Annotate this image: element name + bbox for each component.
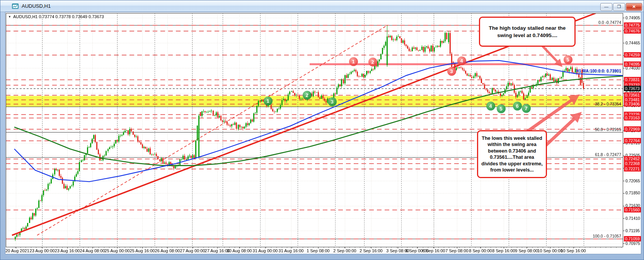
time-axis-label: 6 Sep 16:00 — [422, 248, 445, 253]
application-window: AUDUSD,H1 — ❐ ✕ ▼ AUDUSD,H1 0.73774 0.73… — [0, 0, 644, 260]
time-axis-label: 8 Sep 00:00 — [469, 248, 492, 253]
time-axis-label: 31 Aug 16:00 — [279, 248, 304, 253]
time-axis-label: 23 Aug 16:00 — [55, 248, 80, 253]
price-level-badge: 0.71560 — [624, 207, 641, 212]
fib-level-label: 61.8 - 0.72477 — [595, 152, 621, 157]
time-axis-label: 2 Sep 00:00 — [333, 248, 356, 253]
price-tick-label: 0.71410 — [625, 216, 640, 221]
collapse-triangle-icon[interactable]: ▼ — [8, 15, 11, 19]
price-level-badge: 0.74676 — [624, 28, 641, 34]
price-tick-label: 0.72065 — [625, 178, 640, 184]
time-axis-label: 27 Aug 16:00 — [205, 248, 230, 253]
time-axis-label: 23 Aug 00:00 — [30, 248, 55, 253]
time-axis-label: 25 Aug 00:00 — [105, 248, 130, 253]
price-level-badge: 0.73163 — [624, 115, 641, 121]
time-axis-label: 7 Sep 08:00 — [445, 248, 468, 253]
time-axis-label: 10 Sep 16:00 — [561, 248, 586, 253]
price-level-badge: 0.71059 — [624, 236, 641, 241]
price-level-badge: 0.74775 — [624, 22, 641, 28]
fib-level-label: 0.0 -0.74774 — [598, 20, 621, 25]
price-level-badge: 0.73406 — [624, 101, 641, 107]
marker-red-5[interactable]: 5 — [564, 55, 572, 64]
marker-green-3[interactable]: 3 — [328, 97, 337, 106]
time-axis-label: 30 Aug 08:00 — [227, 248, 252, 253]
ma-indicator-label: H1 MA:100:0:0: 0.73901 — [576, 68, 621, 73]
current-price-badge: 0.73673 — [624, 86, 641, 91]
price-level-badge: 0.74259 — [624, 52, 641, 58]
marker-red-4[interactable]: 4 — [457, 56, 466, 65]
time-axis-label: 10 Sep 00:00 — [537, 248, 562, 253]
time-axis-label: 27 Aug 00:00 — [180, 248, 205, 253]
price-tick-label: 0.71850 — [625, 190, 640, 195]
time-axis-label: 24 Aug 08:00 — [80, 248, 105, 253]
marker-green-1[interactable]: 1 — [264, 97, 273, 105]
price-tick-label: 0.71195 — [625, 228, 640, 233]
price-level-badge: 0.72368 — [624, 161, 641, 166]
marker-red-2[interactable]: 2 — [368, 58, 377, 66]
marker-green-4[interactable]: 4 — [486, 102, 495, 110]
time-axis-label: 2 Sep 16:00 — [359, 248, 382, 253]
price-level-badge: 0.73831 — [624, 77, 641, 82]
marker-green-5[interactable]: 5 — [497, 104, 506, 113]
price-level-badge: 0.72271 — [624, 166, 641, 172]
price-tick-label: 0.70975 — [625, 241, 640, 246]
marker-red-1[interactable]: 1 — [349, 57, 358, 66]
fib-level-label: 50.0 - 0.72915 — [595, 127, 621, 132]
annotation-bottom-text: The lows this week stalled within the sw… — [481, 135, 543, 173]
fib-level-label: 100.0 - 0.71057 — [593, 234, 621, 238]
price-tick-label: 0.74905 — [625, 15, 640, 20]
time-axis-label: 20 Aug 2021 — [5, 248, 29, 253]
price-level-badge: 0.72969 — [624, 126, 641, 132]
time-axis-label: 25 Aug 16:00 — [130, 248, 155, 253]
time-axis-label: 1 Sep 08:00 — [307, 248, 329, 253]
time-axis-label: 8 Sep 16:00 — [492, 248, 515, 253]
fib-level-label: 38.2 - 0.73354 — [595, 102, 621, 106]
annotation-top-text: The high today stalled near the swing le… — [483, 24, 571, 39]
price-level-badge: 0.74095 — [624, 61, 641, 67]
time-axis-label: 31 Aug 00:00 — [253, 248, 278, 253]
marker-green-2[interactable]: 2 — [303, 91, 312, 100]
annotation-box-high[interactable]: The high today stalled near the swing le… — [479, 17, 576, 47]
marker-green-7[interactable]: 7 — [522, 104, 531, 113]
marker-green-6[interactable]: 6 — [513, 102, 522, 110]
annotation-box-lows[interactable]: The lows this week stalled within the sw… — [477, 130, 547, 178]
time-axis-label: 26 Aug 08:00 — [155, 248, 180, 253]
marker-red-3[interactable]: 3 — [447, 67, 456, 76]
price-tick-label: 0.74465 — [625, 41, 640, 46]
symbol-ohlc-text: AUDUSD,H1 0.73774 0.73778 0.73649 0.7367… — [13, 14, 104, 19]
price-level-badge: 0.72764 — [624, 138, 641, 143]
symbol-header: ▼ AUDUSD,H1 0.73774 0.73778 0.73649 0.73… — [8, 14, 104, 19]
time-axis-label: 9 Sep 08:00 — [515, 248, 538, 253]
